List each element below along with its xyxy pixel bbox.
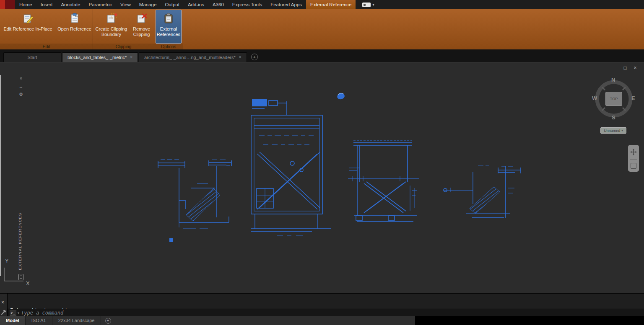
- ribbon-group-label-edit[interactable]: Edit: [0, 44, 93, 49]
- app-logo-accent: [0, 0, 5, 9]
- menu-tab-home[interactable]: Home: [15, 0, 36, 9]
- chevron-down-icon: ▾: [372, 3, 374, 7]
- ribbon-group-options: External References Options: [154, 9, 183, 49]
- menu-tab-output[interactable]: Output: [161, 0, 184, 9]
- ribbon-display-toggle[interactable]: ▾: [362, 0, 374, 9]
- navbar-tool-icon[interactable]: [631, 163, 636, 169]
- drawing-tab-bar: Start blocks_and_tables_-_metric* × arch…: [0, 49, 644, 62]
- viewcube-top-face[interactable]: TOP: [605, 92, 622, 106]
- palette-title-label: EXTERNAL REFERENCES: [18, 213, 22, 270]
- command-input-row: >_ ▾: [8, 309, 644, 317]
- viewcube-west[interactable]: W: [592, 95, 597, 101]
- palette-autohide-icon[interactable]: ↔: [18, 84, 24, 89]
- command-grip-icon[interactable]: ∷∷: [1, 294, 5, 297]
- menu-tab-view[interactable]: View: [116, 0, 135, 9]
- palette-settings-icon[interactable]: ⚙: [18, 92, 24, 97]
- viewcube-north[interactable]: N: [611, 77, 615, 83]
- file-tab-blocks-label: blocks_and_tables_-_metric*: [68, 53, 127, 62]
- ribbon-group-label-clipping[interactable]: Clipping: [93, 44, 154, 49]
- ribbon-display-icon: [362, 3, 371, 7]
- menu-tab-express-tools[interactable]: Express Tools: [228, 0, 266, 9]
- menu-tab-a360[interactable]: A360: [208, 0, 228, 9]
- menu-tab-manage[interactable]: Manage: [135, 0, 161, 9]
- open-reference-button[interactable]: Open Reference: [57, 10, 93, 44]
- layout-tab-iso-a1[interactable]: ISO A1: [26, 316, 52, 325]
- customize-wrench-icon[interactable]: [1, 310, 6, 315]
- file-tab-architectural[interactable]: architectural_-_anno…ng_and_multileaders…: [139, 52, 247, 62]
- minimize-button[interactable]: –: [612, 65, 618, 71]
- menu-tab-annotate[interactable]: Annotate: [57, 0, 84, 9]
- command-console: ∷∷ × Enter clipping option [ON/OFF/Clipd…: [0, 293, 644, 316]
- status-bar: Model ISO A1 22x34 Landscape +: [0, 316, 644, 325]
- tab-close-icon[interactable]: ×: [130, 55, 132, 59]
- ribbon-group-label-options[interactable]: Options: [154, 44, 183, 49]
- external-references-icon: [162, 12, 175, 25]
- edit-reference-in-place-label: Edit Reference In-Place: [3, 26, 52, 32]
- ribbon-tab-bar: Home Insert Annotate Parametric View Man…: [0, 0, 644, 9]
- remove-clipping-button[interactable]: Remove Clipping: [130, 10, 153, 44]
- viewcube-east[interactable]: E: [631, 95, 635, 101]
- edit-reference-in-place-button[interactable]: Edit Reference In-Place: [0, 10, 56, 44]
- ribbon-group-clipping: Create Clipping Boundary Remove Clipping…: [93, 9, 154, 49]
- layout-tab-bar: Model ISO A1 22x34 Landscape +: [0, 316, 415, 325]
- viewcube-south[interactable]: S: [612, 114, 615, 121]
- navigation-bar[interactable]: [628, 145, 639, 172]
- create-clipping-boundary-label: Create Clipping Boundary: [94, 26, 129, 37]
- ucs-x-label: X: [26, 280, 30, 286]
- menu-tab-external-reference[interactable]: External Reference: [306, 0, 356, 9]
- command-prompt-icon[interactable]: >_: [10, 310, 16, 316]
- drawing-window-controls: – □ ×: [612, 65, 638, 71]
- cad-group-far-right-stair: [444, 166, 521, 218]
- cad-group-left-stair: [158, 159, 231, 228]
- menu-tab-add-ins[interactable]: Add-ins: [184, 0, 208, 9]
- tab-close-icon[interactable]: ×: [239, 55, 242, 59]
- external-references-palette-titlebar[interactable]: EXTERNAL REFERENCES: [15, 210, 24, 273]
- cad-group-center-section: [251, 99, 331, 236]
- cad-drawing[interactable]: [0, 62, 644, 293]
- ucs-y-label: Y: [5, 258, 9, 264]
- open-reference-label: Open Reference: [57, 26, 91, 32]
- new-layout-button[interactable]: +: [105, 318, 111, 324]
- external-references-label: External References: [156, 26, 181, 37]
- layout-tab-22x34-landscape[interactable]: 22x34 Landscape: [52, 316, 101, 325]
- create-clipping-icon: [105, 12, 118, 25]
- file-tab-architectural-label: architectural_-_anno…ng_and_multileaders…: [144, 53, 236, 62]
- external-references-button[interactable]: External References: [156, 10, 182, 44]
- palette-close-icon[interactable]: ×: [18, 76, 24, 81]
- navbar-divider: [630, 159, 637, 160]
- viewcube[interactable]: N W E S TOP: [591, 73, 636, 125]
- menu-tab-parametric[interactable]: Parametric: [85, 0, 117, 9]
- command-close-icon[interactable]: ×: [1, 299, 4, 305]
- view-name-label: Unnamed: [604, 129, 620, 133]
- ribbon: Edit Reference In-Place Open Reference E…: [0, 9, 644, 49]
- cad-group-right-section: [348, 140, 419, 222]
- palette-grip-icon[interactable]: [18, 274, 23, 280]
- drawing-canvas-area[interactable]: – □ × × ↔ ⚙ EXTERNAL REFERENCES: [0, 62, 644, 293]
- app-logo[interactable]: [0, 0, 15, 9]
- open-reference-icon: [68, 12, 81, 25]
- command-console-gutter: ∷∷ ×: [0, 294, 8, 317]
- new-drawing-button[interactable]: +: [251, 54, 258, 60]
- edit-reference-icon: [22, 12, 34, 25]
- autocad-window: Home Insert Annotate Parametric View Man…: [0, 0, 644, 325]
- ribbon-group-edit: Edit Reference In-Place Open Reference E…: [0, 9, 93, 49]
- model-tab[interactable]: Model: [0, 316, 26, 325]
- pan-icon: [630, 148, 637, 156]
- remove-clipping-label: Remove Clipping: [130, 26, 153, 37]
- restore-button[interactable]: □: [622, 65, 628, 71]
- create-clipping-boundary-button[interactable]: Create Clipping Boundary: [94, 10, 129, 44]
- close-button[interactable]: ×: [632, 65, 638, 71]
- chevron-down-icon: ▾: [621, 129, 623, 132]
- menu-tab-insert[interactable]: Insert: [36, 0, 57, 9]
- palette-dock-edge: [0, 75, 1, 276]
- menu-tab-featured-apps[interactable]: Featured Apps: [266, 0, 306, 9]
- file-tab-blocks-and-tables[interactable]: blocks_and_tables_-_metric* ×: [62, 52, 138, 62]
- command-history[interactable]: Enter clipping option [ON/OFF/Clipdepth/…: [8, 294, 644, 309]
- file-tab-start-label: Start: [27, 53, 37, 62]
- command-input[interactable]: [21, 310, 644, 316]
- remove-clipping-icon: [135, 12, 148, 25]
- chevron-down-icon[interactable]: ▾: [18, 311, 19, 315]
- file-tab-start[interactable]: Start: [3, 52, 61, 62]
- named-view-selector[interactable]: Unnamed ▾: [600, 127, 626, 134]
